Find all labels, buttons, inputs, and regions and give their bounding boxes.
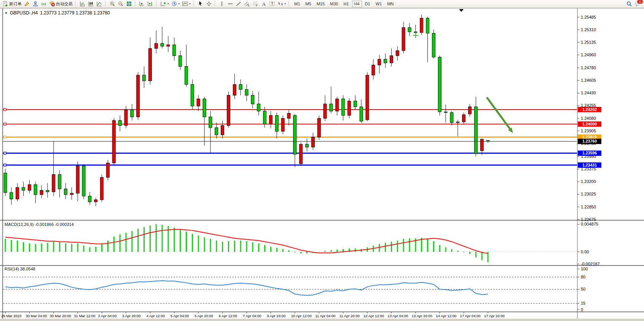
mt4-application-window: { "toolbar": { "groups": [ {"items": [ {… (0, 0, 644, 321)
chevron-down-icon[interactable]: ▾ (285, 2, 286, 5)
search-button[interactable] (625, 0, 633, 8)
candle (155, 43, 158, 48)
period-icon (171, 1, 177, 7)
text-tool-button[interactable]: A (260, 0, 268, 8)
time-tick-label: 5 Apr 20:00 (194, 314, 213, 318)
new-order-button[interactable]: 新订单 (1, 0, 23, 8)
time-tick-label: 11 Apr 20:00 (340, 314, 360, 318)
text-label-tool-button[interactable]: T (268, 0, 276, 8)
search-icon (626, 1, 632, 7)
candle (203, 99, 206, 117)
time-tick-label: 10 Apr 12:00 (291, 314, 312, 318)
timeframe-button-m1[interactable]: M1 (292, 1, 302, 7)
fibonacci-icon: F (252, 1, 258, 7)
candle (450, 113, 453, 123)
svg-text:F: F (256, 4, 258, 7)
candle (70, 193, 73, 195)
candle (275, 116, 278, 132)
cursor-tool-button[interactable] (196, 0, 205, 8)
price-level-badge-text: 1.24000 (582, 122, 597, 126)
candle (137, 75, 140, 117)
timeframe-button-w1[interactable]: W1 (373, 1, 384, 7)
signals-button[interactable] (40, 0, 48, 8)
zoom-out-button[interactable] (116, 0, 125, 8)
candle (40, 190, 43, 194)
candle (462, 115, 465, 122)
tile-windows-icon (126, 1, 132, 7)
timeframe-button-m30[interactable]: M30 (328, 1, 340, 7)
candle (173, 45, 176, 56)
candle (330, 104, 333, 111)
template-icon (182, 1, 188, 7)
timeframe-button-mn[interactable]: MN (385, 1, 396, 7)
price-level-badge-text: 1.24202 (582, 107, 597, 112)
templates-button[interactable]: ▾ (181, 0, 192, 8)
candle (317, 118, 320, 137)
chart-shift-icon (147, 1, 153, 7)
chevron-down-icon[interactable]: ▾ (167, 2, 169, 5)
zoom-in-icon (109, 1, 115, 7)
price-level-badge-text: 1.23431 (582, 163, 597, 167)
horizontal-line-tool-button[interactable] (226, 0, 234, 8)
trendline-tool-button[interactable] (234, 0, 243, 8)
candle (185, 67, 188, 84)
svg-text:T: T (271, 2, 274, 6)
notifications-button[interactable]: 1 (633, 0, 642, 8)
candle (46, 190, 49, 192)
chart-dropdown-caret-icon[interactable]: ▼ (5, 11, 8, 15)
chevron-down-icon[interactable]: ▾ (189, 2, 191, 5)
auto-scroll-button[interactable] (138, 0, 146, 8)
periods-button[interactable]: ▾ (170, 0, 181, 8)
main-toolbar: 新订单自动交易▾▾▾EFAT▾M1M5M15M30H1H4D1W1MN1 (0, 0, 644, 8)
zoom-in-button[interactable] (108, 0, 116, 8)
candle (239, 84, 242, 89)
time-tick-label: 29 Mar 2023 (1, 314, 21, 318)
candlestick-mode-button[interactable] (87, 0, 95, 8)
time-tick-label: 7 Apr 04:00 (243, 314, 261, 318)
candle (360, 107, 363, 121)
candle (82, 166, 85, 196)
tile-windows-button[interactable] (125, 0, 133, 8)
timeframe-button-m15[interactable]: M15 (314, 1, 327, 7)
candle (438, 57, 441, 112)
chevron-down-icon[interactable]: ▾ (179, 2, 180, 5)
price-tick-label: 1.24960 (581, 52, 596, 57)
arrows-tool-button[interactable]: ▾ (276, 0, 287, 8)
timeframe-button-m5[interactable]: M5 (303, 1, 313, 7)
toolbar-separator (135, 1, 137, 7)
vertical-line-tool-button[interactable] (218, 0, 226, 8)
price-tick-label: 1.22675 (581, 217, 596, 222)
line-chart-mode-button[interactable] (95, 0, 104, 8)
timeframe-button-h1[interactable]: H1 (341, 1, 351, 7)
toolbar-separator (156, 1, 158, 7)
bar-chart-mode-button[interactable] (78, 0, 87, 8)
line-anchor-handle[interactable] (4, 108, 6, 111)
chart-shift-button[interactable] (146, 0, 155, 8)
styles-button[interactable] (23, 0, 31, 8)
chart-canvas[interactable]: 1.254851.253101.251351.249601.247801.246… (0, 0, 644, 321)
candle (408, 27, 411, 32)
label-icon: T (269, 1, 275, 7)
autotrading-button[interactable]: 自动交易 (48, 0, 74, 8)
price-tick-label: 1.24780 (581, 65, 596, 70)
candle (342, 99, 345, 116)
candlestick-icon (88, 1, 94, 7)
price-tick-label: 1.24430 (581, 91, 596, 95)
indicators-button[interactable]: ▾ (159, 0, 170, 8)
candle (257, 104, 260, 111)
profiles-button[interactable] (31, 0, 40, 8)
crosshair-icon (206, 1, 212, 7)
equidistant-channel-tool-button[interactable]: E (243, 0, 251, 8)
time-tick-label: 9 Apr 23:00 (267, 314, 285, 318)
timeframe-button-d1[interactable]: D1 (363, 1, 373, 7)
line-anchor-handle[interactable] (4, 136, 6, 138)
timeframe-button-h4[interactable]: H4 (352, 1, 362, 7)
candle (16, 188, 19, 199)
line-anchor-handle[interactable] (4, 152, 6, 154)
candle (191, 84, 194, 106)
line-anchor-handle[interactable] (4, 123, 6, 125)
line-anchor-handle[interactable] (4, 164, 6, 166)
price-tick-label: 1.25135 (581, 40, 596, 44)
crosshair-tool-button[interactable] (205, 0, 213, 8)
fibonacci-tool-button[interactable]: F (251, 0, 260, 8)
